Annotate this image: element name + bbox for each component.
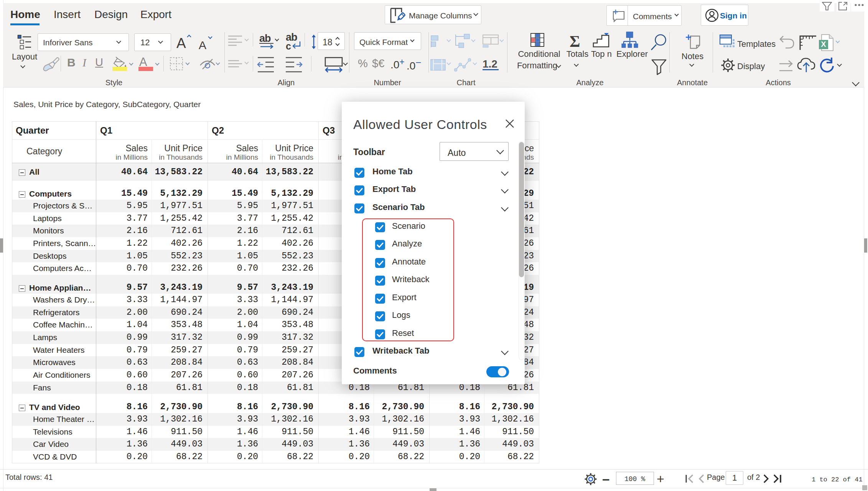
svg-text:X: X [821, 40, 826, 48]
